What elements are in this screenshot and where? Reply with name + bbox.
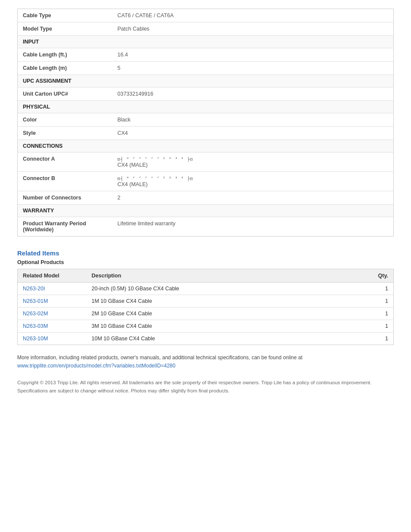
related-items-table: Related Model Description Qty. N263-20I2… [17, 269, 394, 345]
specs-row: Cable Length (m)5 [18, 62, 394, 75]
related-table-row: N263-03M3M 10 GBase CX4 Cable1 [18, 320, 394, 333]
specs-section-header: PHYSICAL [18, 101, 394, 113]
related-description: 10M 10 GBase CX4 Cable [87, 333, 372, 345]
related-qty: 1 [372, 283, 394, 295]
specs-row-connector: Connector B ⊟┤ ⁴ ʻ ʻ ʻ ʻ ʻ ¹ ² ³ ⁴ ├⊟ CX… [18, 172, 394, 191]
specs-value: 2 [112, 191, 394, 205]
related-table-header-description: Description [87, 269, 372, 283]
related-model[interactable]: N263-01M [18, 295, 87, 308]
related-model-link[interactable]: N263-10M [23, 336, 48, 342]
specs-row: Unit Carton UPC#037332149916 [18, 87, 394, 101]
specs-value: 16.4 [112, 48, 394, 62]
specs-value: 037332149916 [112, 87, 394, 101]
related-table-header-model: Related Model [18, 269, 87, 283]
related-model-link[interactable]: N263-03M [23, 323, 48, 329]
related-qty: 1 [372, 320, 394, 333]
related-table-row: N263-01M1M 10 GBase CX4 Cable1 [18, 295, 394, 308]
specs-label: Style [18, 127, 112, 140]
connector-label: CX4 (MALE) [118, 181, 148, 187]
specs-label: Cable Length (m) [18, 62, 112, 75]
more-info-link[interactable]: www.tripplite.com/en/products/model.cfm?… [17, 363, 175, 369]
related-model-link[interactable]: N263-01M [23, 298, 48, 304]
related-description: 2M 10 GBase CX4 Cable [87, 308, 372, 320]
specs-label: Model Type [18, 22, 112, 36]
specs-row: Product Warranty Period (Worldwide)Lifet… [18, 217, 394, 236]
related-model[interactable]: N263-02M [18, 308, 87, 320]
specs-row-connector: Connector A ⊟┤ ⁴ ʻ ʻ ʻ ʻ ʻ ¹ ² ³ ⁴ ├⊟ CX… [18, 152, 394, 172]
specs-value: Lifetime limited warranty [112, 217, 394, 236]
specs-label: Connector A [18, 152, 112, 172]
specs-value: 5 [112, 62, 394, 75]
specs-section-header: INPUT [18, 36, 394, 48]
connector-graphic: ⊟┤ ⁴ ʻ ʻ ʻ ʻ ʻ ¹ ² ³ ⁴ ├⊟ [118, 176, 193, 181]
related-description: 20-inch (0.5M) 10 GBase CX4 Cable [87, 283, 372, 295]
related-model[interactable]: N263-10M [18, 333, 87, 345]
specs-label: Color [18, 113, 112, 127]
more-info-text: More information, including related prod… [17, 355, 302, 361]
specs-value-connector: ⊟┤ ⁴ ʻ ʻ ʻ ʻ ʻ ¹ ² ³ ⁴ ├⊟ CX4 (MALE) [112, 172, 394, 191]
specs-label: Unit Carton UPC# [18, 87, 112, 101]
connector-graphic: ⊟┤ ⁴ ʻ ʻ ʻ ʻ ʻ ¹ ² ³ ⁴ ├⊟ [118, 157, 193, 162]
related-model[interactable]: N263-03M [18, 320, 87, 333]
specs-label: Connector B [18, 172, 112, 191]
specs-value: Patch Cables [112, 22, 394, 36]
related-qty: 1 [372, 295, 394, 308]
specs-section-header: UPC ASSIGNMENT [18, 75, 394, 87]
related-model-link[interactable]: N263-02M [23, 311, 48, 317]
related-description: 1M 10 GBase CX4 Cable [87, 295, 372, 308]
related-table-row: N263-20I20-inch (0.5M) 10 GBase CX4 Cabl… [18, 283, 394, 295]
related-qty: 1 [372, 308, 394, 320]
specs-row: Model TypePatch Cables [18, 22, 394, 36]
specs-row: Number of Connectors2 [18, 191, 394, 205]
specs-label: Number of Connectors [18, 191, 112, 205]
related-model-link[interactable]: N263-20I [23, 286, 45, 292]
related-model[interactable]: N263-20I [18, 283, 87, 295]
specs-section-header: WARRANTY [18, 205, 394, 217]
optional-products-label: Optional Products [17, 259, 394, 265]
specs-value: CAT6 / CAT6E / CAT6A [112, 9, 394, 22]
more-info-section: More information, including related prod… [17, 354, 394, 370]
connector-label: CX4 (MALE) [118, 162, 148, 168]
specs-value: CX4 [112, 127, 394, 140]
specs-label: Product Warranty Period (Worldwide) [18, 217, 112, 236]
related-qty: 1 [372, 333, 394, 345]
related-description: 3M 10 GBase CX4 Cable [87, 320, 372, 333]
specs-section-header: CONNECTIONS [18, 140, 394, 152]
related-table-row: N263-10M10M 10 GBase CX4 Cable1 [18, 333, 394, 345]
specs-table: Cable TypeCAT6 / CAT6E / CAT6AModel Type… [17, 9, 394, 236]
specs-row: ColorBlack [18, 113, 394, 127]
copyright-text: Copyright © 2013 Tripp Lite. All rights … [17, 379, 394, 395]
related-table-header-qty: Qty. [372, 269, 394, 283]
specs-row: Cable TypeCAT6 / CAT6E / CAT6A [18, 9, 394, 22]
related-items-title: Related Items [17, 249, 394, 257]
specs-label: Cable Length (ft.) [18, 48, 112, 62]
specs-label: Cable Type [18, 9, 112, 22]
specs-row: Cable Length (ft.)16.4 [18, 48, 394, 62]
specs-value: Black [112, 113, 394, 127]
related-table-row: N263-02M2M 10 GBase CX4 Cable1 [18, 308, 394, 320]
specs-value-connector: ⊟┤ ⁴ ʻ ʻ ʻ ʻ ʻ ¹ ² ³ ⁴ ├⊟ CX4 (MALE) [112, 152, 394, 172]
specs-row: StyleCX4 [18, 127, 394, 140]
related-items-section: Related Items Optional Products Related … [17, 249, 394, 345]
